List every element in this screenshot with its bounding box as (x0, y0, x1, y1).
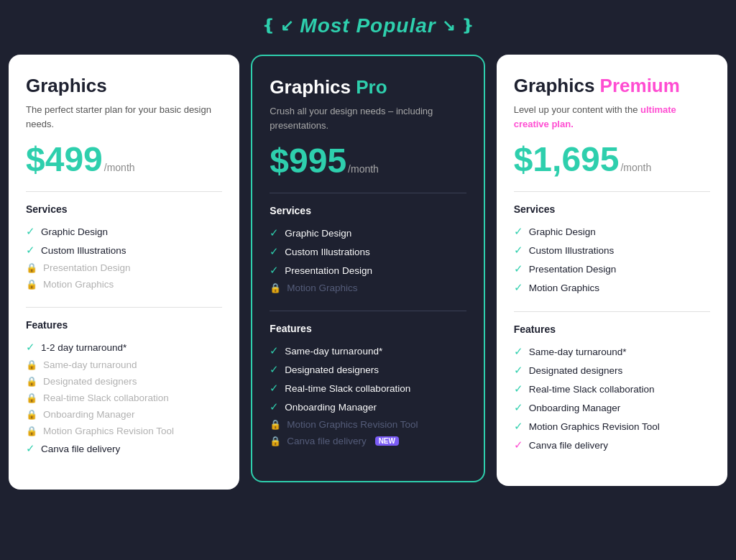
lock-icon: 🔒 (26, 262, 37, 273)
feature-label: Motion Graphics Revision Tool (287, 419, 418, 430)
feature-label: Designated designers (43, 376, 137, 387)
feature-label: Onboarding Manager (43, 409, 135, 420)
most-popular-banner: ❴ ↙ Most Popular ↘ ❵ (262, 14, 474, 37)
feature-label: Canva file delivery (41, 444, 120, 454)
check-icon: ✓ (26, 442, 35, 455)
features-title-graphics-pro: Features (270, 323, 466, 334)
list-item: 🔒Motion Graphics (26, 276, 222, 293)
services-title-graphics: Services (26, 203, 222, 215)
feature-label: Motion Graphics Revision Tool (529, 421, 660, 432)
divider-features-graphics-pro (270, 311, 466, 311)
plans-container: GraphicsThe perfect starter plan for you… (9, 55, 727, 490)
lock-icon: 🔒 (26, 426, 37, 436)
divider-features-graphics-premium (514, 311, 710, 312)
list-item: 🔒Designated designers (26, 373, 222, 390)
price-period-graphics-premium: /month (620, 162, 651, 173)
check-icon: ✓ (514, 345, 523, 358)
list-item: 🔒Motion Graphics Revision Tool (26, 423, 222, 439)
feature-label: 1-2 day turnaround* (41, 342, 126, 353)
list-item: 🔒Canva file deliveryNEW (270, 433, 466, 449)
check-icon: ✓ (270, 264, 279, 277)
check-icon: ✓ (270, 344, 279, 357)
feature-label: Motion Graphics (529, 283, 599, 293)
list-item: ✓Canva file delivery (514, 436, 710, 454)
check-icon: ✓ (270, 245, 279, 258)
divider-services-graphics-pro (270, 193, 466, 193)
feature-label: Canva file delivery (529, 440, 608, 451)
plan-card-graphics-premium: Graphics PremiumLevel up your content wi… (497, 55, 727, 486)
list-item: ✓Designated designers (514, 361, 710, 380)
check-icon: ✓ (26, 341, 35, 354)
list-item: ✓Designated designers (270, 360, 466, 379)
check-icon: ✓ (270, 226, 279, 239)
feature-label: Presentation Design (43, 262, 131, 273)
check-icon: ✓ (270, 363, 279, 376)
plan-description-graphics-premium: Level up your content with the ultimate … (514, 103, 710, 131)
price-amount-graphics: $499 (26, 142, 103, 177)
new-badge: NEW (375, 436, 399, 446)
lock-icon: 🔒 (26, 409, 37, 420)
check-icon: ✓ (514, 420, 523, 433)
feature-label: Onboarding Manager (529, 403, 621, 413)
list-item: ✓Real-time Slack collaboration (270, 379, 466, 398)
feature-label: Custom Illustrations (41, 245, 126, 256)
feature-label: Motion Graphics Revision Tool (43, 426, 174, 436)
feature-label: Motion Graphics (43, 279, 114, 290)
feature-label: Same-day turnaround* (285, 346, 382, 357)
features-list-graphics-premium: ✓Same-day turnaround*✓Designated designe… (514, 342, 710, 454)
arrow-left-decoration: ❴ ↙ (262, 17, 294, 35)
services-title-graphics-pro: Services (270, 205, 466, 216)
feature-label: Canva file delivery (287, 436, 366, 446)
list-item: ✓Custom Illustrations (270, 242, 466, 261)
feature-label: Custom Illustrations (529, 245, 615, 256)
plan-description-graphics: The perfect starter plan for your basic … (26, 103, 222, 131)
list-item: ✓Presentation Design (270, 261, 466, 280)
services-title-graphics-premium: Services (514, 203, 710, 215)
lock-icon: 🔒 (270, 283, 281, 293)
list-item: ✓Motion Graphics (514, 278, 710, 297)
most-popular-label: Most Popular (300, 14, 436, 37)
feature-label: Presentation Design (529, 264, 617, 275)
lock-icon: 🔒 (26, 393, 37, 403)
list-item: ✓Onboarding Manager (514, 398, 710, 417)
check-icon: ✓ (514, 244, 523, 257)
price-amount-graphics-premium: $1,695 (514, 142, 620, 177)
features-list-graphics: ✓1-2 day turnaround*🔒Same-day turnaround… (26, 338, 222, 458)
check-icon: ✓ (26, 244, 35, 257)
divider-features-graphics (26, 307, 222, 308)
check-icon: ✓ (514, 401, 523, 414)
plan-name-graphics-premium: Graphics Premium (514, 75, 710, 97)
feature-label: Presentation Design (285, 265, 372, 276)
lock-icon: 🔒 (270, 419, 281, 430)
feature-label: Designated designers (529, 365, 623, 376)
feature-label: Graphic Design (41, 226, 108, 237)
check-icon: ✓ (514, 382, 523, 395)
price-row-graphics-pro: $995/month (270, 144, 466, 178)
price-period-graphics: /month (104, 162, 135, 173)
list-item: ✓Motion Graphics Revision Tool (514, 417, 710, 436)
feature-label: Custom Illustrations (285, 247, 370, 257)
check-icon: ✓ (514, 262, 523, 275)
check-icon: ✓ (514, 364, 523, 377)
list-item: ✓Graphic Design (514, 222, 710, 241)
plan-description-graphics-pro: Crush all your design needs – including … (270, 104, 466, 132)
lock-icon: 🔒 (26, 376, 37, 387)
services-list-graphics: ✓Graphic Design✓Custom Illustrations🔒Pre… (26, 222, 222, 293)
feature-label: Real-time Slack collaboration (285, 383, 410, 394)
list-item: 🔒Real-time Slack collaboration (26, 390, 222, 406)
features-title-graphics: Features (26, 319, 222, 331)
lock-icon: 🔒 (26, 359, 37, 370)
list-item: ✓Graphic Design (270, 224, 466, 242)
feature-label: Designated designers (285, 364, 379, 375)
list-item: ✓Real-time Slack collaboration (514, 380, 710, 398)
list-item: ✓Same-day turnaround* (270, 341, 466, 360)
check-icon: ✓ (26, 225, 35, 238)
list-item: ✓Custom Illustrations (514, 241, 710, 260)
list-item: 🔒Onboarding Manager (26, 406, 222, 423)
services-list-graphics-pro: ✓Graphic Design✓Custom Illustrations✓Pre… (270, 224, 466, 296)
feature-label: Real-time Slack collaboration (43, 393, 169, 403)
check-icon: ✓ (514, 281, 523, 294)
services-list-graphics-premium: ✓Graphic Design✓Custom Illustrations✓Pre… (514, 222, 710, 297)
list-item: ✓Presentation Design (514, 260, 710, 278)
feature-label: Onboarding Manager (285, 402, 377, 413)
